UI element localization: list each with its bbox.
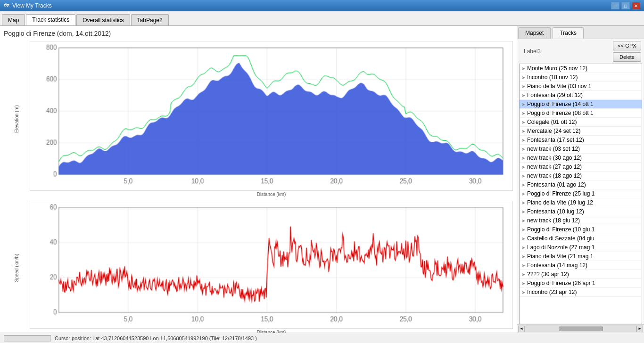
- titlebar-controls: ─ □ ✕: [611, 2, 640, 9]
- tracks-list-area: ➤Monte Muro (25 nov 12)➤Incontro (18 nov…: [517, 64, 644, 324]
- track-arrow-icon: ➤: [521, 84, 525, 89]
- speed-canvas: [30, 201, 513, 328]
- maximize-button[interactable]: □: [621, 2, 630, 9]
- track-arrow-icon: ➤: [521, 129, 525, 134]
- track-item[interactable]: ➤???? (30 apr 12): [520, 270, 642, 279]
- track-item[interactable]: ➤Fontesanta (10 lug 12): [520, 207, 642, 216]
- track-item[interactable]: ➤Fontesanta (29 ott 12): [520, 91, 642, 100]
- track-arrow-icon: ➤: [521, 111, 525, 116]
- track-item[interactable]: ➤new track (03 set 12): [520, 145, 642, 154]
- status-bar: Cursor position: Lat 43,71206044523590 L…: [0, 333, 644, 343]
- track-item[interactable]: ➤Incontro (23 apr 12): [520, 288, 642, 297]
- tracks-list[interactable]: ➤Monte Muro (25 nov 12)➤Incontro (18 nov…: [519, 64, 642, 324]
- track-label: Incontro (18 nov 12): [527, 74, 578, 81]
- track-label: Monte Muro (25 nov 12): [527, 65, 587, 72]
- right-tab-tracks[interactable]: Tracks: [553, 27, 584, 39]
- track-label: Fontesanta (29 ott 12): [527, 92, 583, 98]
- track-arrow-icon: ➤: [521, 263, 525, 268]
- track-item[interactable]: ➤Poggio di Firenze (08 ott 1: [520, 109, 642, 118]
- track-item[interactable]: ➤Piano della Vite (19 lug 12: [520, 198, 642, 207]
- tab-bar: Map Track statistics Overall statistics …: [0, 11, 644, 25]
- track-label: Lago di Nozzole (27 mag 1: [527, 244, 594, 251]
- left-panel: Poggio di Firenze (dom, 14.ott.2012) Ele…: [0, 26, 517, 333]
- status-left-indicator: [4, 335, 51, 342]
- track-item[interactable]: ➤Piano della Vite (03 nov 1: [520, 82, 642, 91]
- track-item[interactable]: ➤new track (30 ago 12): [520, 154, 642, 163]
- track-item[interactable]: ➤new track (18 ago 12): [520, 172, 642, 180]
- track-item[interactable]: ➤Mercatale (24 set 12): [520, 127, 642, 136]
- label3-text: Label3: [520, 46, 545, 57]
- track-item[interactable]: ➤Poggio di Firenze (14 ott 1: [520, 100, 642, 109]
- minimize-button[interactable]: ─: [611, 2, 619, 9]
- track-label: Poggio di Firenze (10 giu 1: [527, 226, 594, 233]
- close-button[interactable]: ✕: [632, 2, 640, 9]
- track-label: Poggio di Firenze (25 lug 1: [527, 190, 594, 197]
- delete-button[interactable]: Delete: [613, 52, 641, 62]
- scroll-right-arrow[interactable]: ►: [636, 326, 643, 332]
- track-label: Poggio di Firenze (26 apr 1: [527, 280, 595, 286]
- track-label: Piano della Vite (03 nov 1: [527, 83, 592, 90]
- elevation-chart-wrapper: Elevation (m) Distance (km): [4, 41, 513, 197]
- app-title: View My Tracks: [12, 2, 52, 9]
- track-item[interactable]: ➤Poggio di Firenze (10 giu 1: [520, 225, 642, 234]
- tab-overall-statistics[interactable]: Overall statistics: [76, 14, 130, 25]
- track-arrow-icon: ➤: [521, 245, 525, 250]
- speed-y-label: Speed (km/h): [14, 253, 19, 282]
- right-panel-header: Label3 << GPX Delete: [517, 39, 644, 64]
- track-item[interactable]: ➤Castello di Sezzate (04 giu: [520, 234, 642, 243]
- content-area: Poggio di Firenze (dom, 14.ott.2012) Ele…: [0, 25, 644, 333]
- track-arrow-icon: ➤: [521, 66, 525, 71]
- track-item[interactable]: ➤new track (27 ago 12): [520, 163, 642, 172]
- track-item[interactable]: ➤Monte Muro (25 nov 12): [520, 64, 642, 73]
- track-arrow-icon: ➤: [521, 155, 525, 161]
- track-label: Incontro (23 apr 12): [527, 289, 577, 295]
- titlebar: 🗺 View My Tracks ─ □ ✕: [0, 0, 644, 11]
- elevation-chart-area: Distance (km): [30, 41, 513, 197]
- horizontal-scrollbar[interactable]: ◄ ►: [517, 324, 644, 333]
- track-label: ???? (30 apr 12): [527, 271, 569, 278]
- tab-tabpage2[interactable]: TabPage2: [131, 14, 169, 25]
- right-content: ➤Monte Muro (25 nov 12)➤Incontro (18 nov…: [517, 64, 644, 324]
- track-item[interactable]: ➤Incontro (18 nov 12): [520, 73, 642, 82]
- tab-track-statistics[interactable]: Track statistics: [26, 14, 75, 25]
- track-label: new track (18 giu 12): [527, 217, 580, 224]
- track-label: new track (30 ago 12): [527, 155, 582, 161]
- track-arrow-icon: ➤: [521, 227, 525, 232]
- track-arrow-icon: ➤: [521, 120, 525, 125]
- track-item[interactable]: ➤Poggio di Firenze (26 apr 1: [520, 279, 642, 288]
- track-item[interactable]: ➤Fontesanta (01 ago 12): [520, 180, 642, 189]
- track-arrow-icon: ➤: [521, 191, 525, 196]
- track-arrow-icon: ➤: [521, 93, 525, 98]
- track-label: new track (27 ago 12): [527, 163, 582, 170]
- scroll-thumb[interactable]: [559, 327, 603, 331]
- track-label: Mercatale (24 set 12): [527, 128, 580, 134]
- speed-chart-area: Distance (km): [30, 201, 513, 333]
- tab-map[interactable]: Map: [2, 14, 25, 25]
- track-item[interactable]: ➤Piano della Vite (21 mag 1: [520, 252, 642, 261]
- track-label: new track (18 ago 12): [527, 172, 582, 179]
- titlebar-title: 🗺 View My Tracks: [4, 2, 52, 9]
- elevation-x-label: Distance (km): [30, 192, 513, 197]
- right-tab-mapset[interactable]: Mapset: [518, 27, 551, 39]
- right-tab-bar: Mapset Tracks: [517, 26, 644, 39]
- track-item[interactable]: ➤Fontesanta (14 mag 12): [520, 261, 642, 270]
- app-icon: 🗺: [4, 2, 9, 9]
- track-arrow-icon: ➤: [521, 75, 525, 80]
- track-label: Piano della Vite (21 mag 1: [527, 253, 594, 260]
- track-arrow-icon: ➤: [521, 236, 525, 241]
- track-label: Fontesanta (01 ago 12): [527, 181, 586, 188]
- track-item[interactable]: ➤Poggio di Firenze (25 lug 1: [520, 189, 642, 198]
- track-item[interactable]: ➤new track (18 giu 12): [520, 216, 642, 225]
- track-arrow-icon: ➤: [521, 164, 525, 170]
- scroll-left-arrow[interactable]: ◄: [518, 326, 525, 332]
- track-item[interactable]: ➤Colegale (01 ott 12): [520, 118, 642, 127]
- track-arrow-icon: ➤: [521, 200, 525, 205]
- track-label: Poggio di Firenze (08 ott 1: [527, 110, 594, 116]
- track-label: Castello di Sezzate (04 giu: [527, 235, 594, 242]
- track-arrow-icon: ➤: [521, 254, 525, 259]
- gpx-button[interactable]: << GPX: [613, 41, 641, 50]
- track-arrow-icon: ➤: [521, 147, 525, 152]
- track-item[interactable]: ➤Lago di Nozzole (27 mag 1: [520, 243, 642, 252]
- cursor-position: Cursor position: Lat 43,71206044523590 L…: [55, 335, 257, 341]
- track-item[interactable]: ➤Fontesanta (17 set 12): [520, 136, 642, 145]
